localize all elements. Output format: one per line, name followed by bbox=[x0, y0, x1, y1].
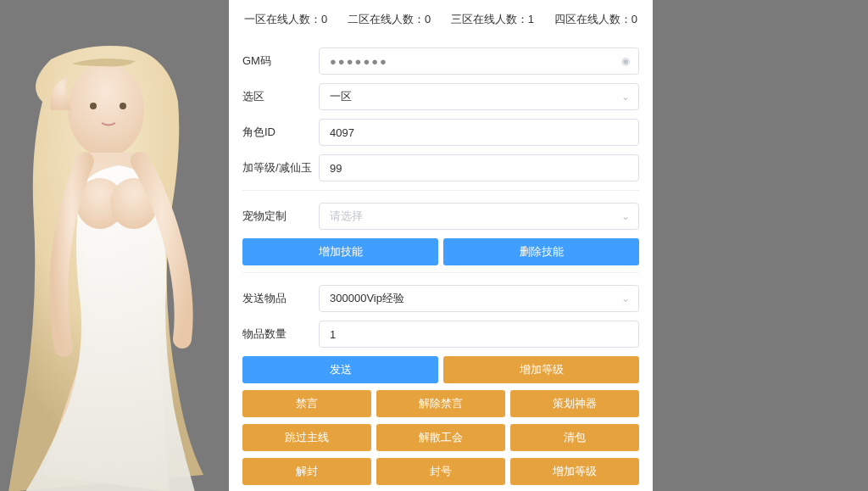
zone-label: 选区 bbox=[242, 89, 319, 104]
role-id-input[interactable] bbox=[319, 119, 639, 146]
online-stats-bar: 一区在线人数：0 二区在线人数：0 三区在线人数：1 四区在线人数：0 bbox=[229, 0, 653, 39]
send-item-select[interactable]: 300000Vip经验 ⌄ bbox=[319, 285, 639, 312]
level-input[interactable] bbox=[319, 154, 639, 181]
item-qty-input[interactable] bbox=[319, 321, 639, 348]
item-qty-label: 物品数量 bbox=[242, 326, 319, 342]
add-skill-button[interactable]: 增加技能 bbox=[242, 238, 438, 265]
delete-skill-button[interactable]: 删除技能 bbox=[443, 238, 639, 265]
unban-button[interactable]: 解除禁言 bbox=[376, 390, 505, 417]
svg-point-2 bbox=[120, 103, 126, 109]
chevron-down-icon: ⌄ bbox=[621, 91, 630, 103]
ban-button[interactable]: 禁言 bbox=[242, 390, 371, 417]
chevron-down-icon: ⌄ bbox=[621, 293, 630, 304]
clear-bag-button[interactable]: 清包 bbox=[510, 424, 639, 451]
eye-icon[interactable]: ◉ bbox=[621, 55, 630, 67]
level-label: 加等级/减仙玉 bbox=[242, 160, 319, 176]
gm-code-input[interactable]: ●●●●●●● ◉ bbox=[319, 47, 639, 75]
divider bbox=[242, 190, 639, 191]
send-item-label: 发送物品 bbox=[242, 291, 319, 306]
send-button[interactable]: 发送 bbox=[242, 356, 438, 383]
zone2-stat: 二区在线人数：0 bbox=[348, 13, 431, 25]
zone1-stat: 一区在线人数：0 bbox=[244, 13, 327, 25]
pet-select[interactable]: 请选择 ⌄ bbox=[319, 203, 639, 230]
add-level-button[interactable]: 增加等级 bbox=[443, 356, 639, 383]
plan-weapon-button[interactable]: 策划神器 bbox=[510, 390, 639, 417]
chevron-down-icon: ⌄ bbox=[621, 210, 630, 222]
disband-guild-button[interactable]: 解散工会 bbox=[376, 424, 505, 451]
svg-point-0 bbox=[68, 64, 144, 157]
skip-main-button[interactable]: 跳过主线 bbox=[242, 424, 371, 451]
seal-button[interactable]: 封号 bbox=[376, 458, 505, 485]
add-level2-button[interactable]: 增加等级 bbox=[510, 458, 639, 485]
gm-code-label: GM码 bbox=[242, 53, 319, 69]
admin-panel: 一区在线人数：0 二区在线人数：0 三区在线人数：1 四区在线人数：0 GM码 … bbox=[229, 0, 653, 491]
zone4-stat: 四区在线人数：0 bbox=[554, 13, 637, 25]
divider bbox=[242, 272, 639, 273]
character-illustration bbox=[0, 34, 237, 491]
pet-label: 宠物定制 bbox=[242, 209, 319, 224]
zone3-stat: 三区在线人数：1 bbox=[451, 13, 534, 25]
unseal-button[interactable]: 解封 bbox=[242, 458, 371, 485]
zone-select[interactable]: 一区 ⌄ bbox=[319, 83, 639, 110]
role-id-label: 角色ID bbox=[242, 125, 319, 140]
svg-point-1 bbox=[90, 103, 97, 109]
